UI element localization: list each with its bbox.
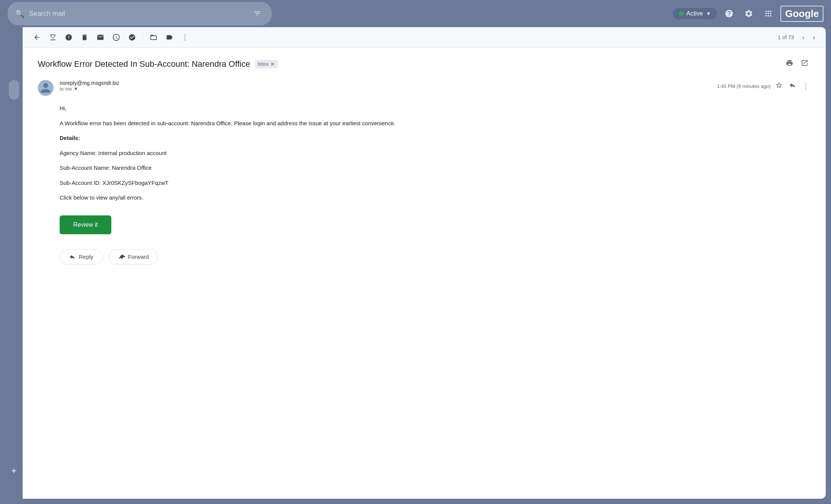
more-actions-button[interactable]: ⋮ (179, 31, 191, 44)
search-filter-button[interactable] (250, 6, 264, 22)
sender-actions: 1:45 PM (9 minutes ago) ⋮ (717, 80, 811, 92)
mark-done-button[interactable] (125, 31, 139, 43)
report-spam-button[interactable] (62, 31, 75, 43)
archive-button[interactable] (46, 31, 60, 43)
pagination-info: 1 of 73 (778, 34, 794, 40)
next-email-button[interactable]: › (810, 32, 818, 43)
forward-button[interactable]: Forward (109, 249, 158, 264)
detail-id: Sub-Account ID: XJr0SKZySFbogaYFqzwT (60, 178, 811, 188)
active-label: Active (686, 10, 703, 17)
sender-row: noreply@mg.msgsndr.biz to me ▼ 1:45 PM (… (38, 80, 811, 96)
reply-button-label: Reply (79, 254, 93, 260)
body-details: Details: (60, 133, 811, 143)
search-input[interactable] (29, 10, 246, 18)
email-time: 1:45 PM (9 minutes ago) (717, 83, 771, 89)
prev-email-button[interactable]: ‹ (799, 32, 808, 43)
star-button[interactable] (774, 80, 784, 92)
active-dot-indicator (679, 11, 683, 16)
sender-email: noreply@mg.msgsndr.biz (60, 80, 711, 86)
delete-button[interactable] (78, 31, 91, 43)
top-bar: 🔍 Active ▼ Google (0, 0, 831, 27)
more-email-actions-button[interactable]: ⋮ (801, 81, 811, 92)
help-button[interactable] (722, 6, 737, 21)
inbox-badge-close[interactable]: ✕ (270, 61, 275, 67)
email-toolbar: ⋮ 1 of 73 ‹ › (23, 27, 826, 48)
inbox-badge-label: Inbox (258, 61, 269, 67)
mark-unread-button[interactable] (94, 31, 107, 43)
print-button[interactable] (783, 57, 796, 71)
reply-button[interactable]: Reply (60, 249, 103, 264)
body-greeting: Hi, (60, 103, 811, 113)
email-view: ⋮ 1 of 73 ‹ › Workflow Error Detected In… (23, 27, 826, 499)
reply-quick-button[interactable] (787, 80, 798, 92)
body-main: A Workflow error has been detected in su… (60, 118, 811, 128)
sender-info: noreply@mg.msgsndr.biz to me ▼ (60, 80, 711, 92)
detail-subaccount: Sub-Account Name: Narendra Office (60, 163, 811, 173)
label-button[interactable] (163, 31, 176, 43)
active-status-badge[interactable]: Active ▼ (673, 8, 717, 19)
apps-button[interactable] (761, 6, 776, 21)
forward-button-label: Forward (128, 254, 149, 260)
email-content: Workflow Error Detected In Sub-Account: … (23, 48, 826, 499)
move-to-button[interactable] (147, 31, 160, 43)
sidebar-pill (9, 80, 19, 100)
review-it-button[interactable]: Review it (60, 215, 111, 234)
settings-button[interactable] (741, 6, 756, 21)
body-click-text: Click below to view any/all errors. (60, 193, 811, 203)
search-icon: 🔍 (15, 9, 25, 18)
detail-agency: Agency Name: Internal production account (60, 148, 811, 158)
sender-to-chevron: ▼ (74, 86, 78, 92)
inbox-badge: Inbox ✕ (255, 60, 278, 68)
google-logo: Google (780, 6, 823, 22)
active-dropdown-chevron: ▼ (706, 11, 711, 17)
back-button[interactable] (30, 31, 44, 43)
email-body: Hi, A Workflow error has been detected i… (38, 103, 811, 246)
subject-actions (783, 57, 811, 71)
top-right-actions: Active ▼ Google (673, 6, 823, 22)
sender-to-label: to me (60, 86, 72, 92)
sender-to-row[interactable]: to me ▼ (60, 86, 711, 92)
left-sidebar: + (5, 27, 23, 499)
email-subject-row: Workflow Error Detected In Sub-Account: … (38, 57, 811, 71)
avatar (38, 80, 54, 96)
toolbar-separator-1 (143, 34, 143, 41)
search-bar[interactable]: 🔍 (8, 2, 272, 25)
snooze-button[interactable] (109, 31, 123, 43)
open-in-new-button[interactable] (799, 57, 811, 71)
email-subject: Workflow Error Detected In Sub-Account: … (38, 59, 250, 69)
details-label: Details: (60, 135, 80, 141)
compose-plus-button[interactable]: + (11, 466, 17, 476)
reply-forward-row: Reply Forward (38, 249, 811, 276)
